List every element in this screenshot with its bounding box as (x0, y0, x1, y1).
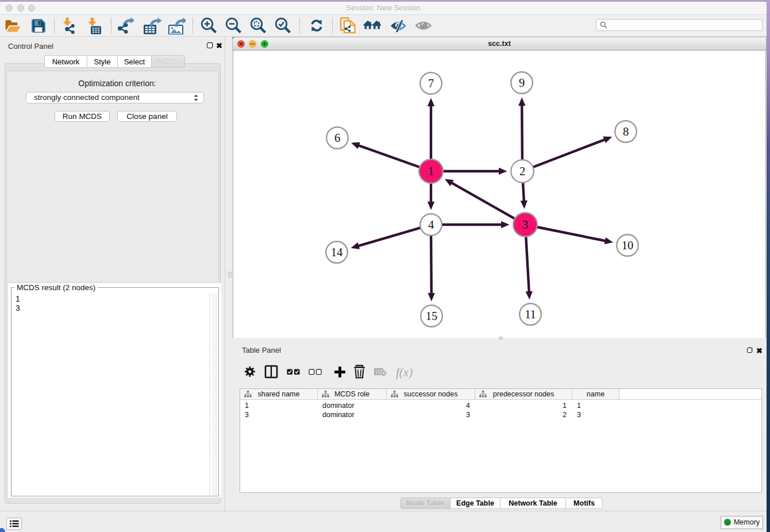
svg-text:7: 7 (428, 77, 434, 90)
svg-text:3: 3 (522, 218, 528, 231)
svg-text:8: 8 (623, 125, 629, 138)
svg-text:2: 2 (519, 165, 525, 178)
svg-text:1: 1 (428, 165, 434, 178)
svg-text:10: 10 (622, 239, 634, 252)
svg-text:4: 4 (428, 218, 434, 231)
svg-text:6: 6 (334, 132, 340, 144)
svg-text:9: 9 (519, 76, 525, 89)
svg-text:15: 15 (426, 310, 438, 322)
svg-text:14: 14 (331, 246, 343, 259)
svg-text:11: 11 (525, 308, 536, 321)
